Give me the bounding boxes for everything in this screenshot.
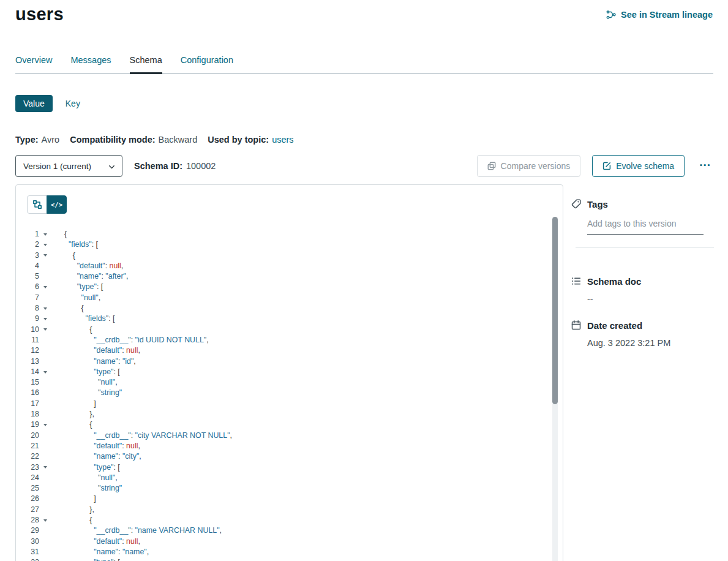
calendar-icon (571, 320, 582, 331)
line-number: 10 (16, 325, 39, 335)
sidebar-divider (576, 247, 714, 248)
schema-editor-panel: </> 1{2 "fields": [3 {4 "default": null,… (15, 184, 563, 561)
code-text: ] (51, 494, 96, 504)
code-line: 5 "name": "after", (16, 271, 563, 282)
code-line: 6 "type": [ (16, 282, 563, 292)
code-line: 19 { (16, 420, 563, 430)
compatibility-mode-value: Backward (159, 135, 198, 145)
code-text: "name": "after", (51, 271, 128, 282)
editor-scrollbar[interactable] (552, 217, 558, 561)
line-number: 23 (16, 462, 39, 473)
code-text: "__crdb__": "id UUID NOT NULL", (51, 335, 209, 345)
line-number: 19 (16, 420, 39, 430)
line-number: 25 (16, 483, 39, 494)
tab-messages[interactable]: Messages (70, 55, 111, 73)
fold-toggle-icon[interactable] (39, 557, 51, 561)
code-text: "type": [ (51, 367, 120, 377)
type-label: Type: (15, 135, 39, 145)
schema-doc-value: -- (587, 294, 714, 304)
date-created-title: Date created (587, 320, 642, 331)
topic-link[interactable]: users (272, 135, 293, 145)
line-number: 16 (16, 388, 39, 398)
fold-spacer (39, 293, 51, 303)
fold-toggle-icon[interactable] (39, 325, 51, 335)
schema-sidebar: Tags Schema doc -- Date created Aug. 3 2… (571, 198, 714, 348)
fold-spacer (39, 525, 51, 536)
tag-icon (571, 198, 582, 209)
fold-toggle-icon[interactable] (39, 515, 51, 525)
evolve-schema-button[interactable]: Evolve schema (592, 155, 685, 177)
tree-view-icon (32, 200, 42, 209)
code-line: 3 { (16, 250, 563, 261)
code-line: 21 "default": null, (16, 441, 563, 451)
more-options-button[interactable]: ... (697, 155, 713, 177)
line-number: 6 (16, 282, 39, 292)
compare-versions-button[interactable]: Compare versions (477, 155, 581, 177)
fold-toggle-icon[interactable] (39, 367, 51, 377)
version-select-input[interactable]: Version 1 (current) (16, 156, 122, 176)
code-line: 4 "default": null, (16, 261, 563, 271)
code-line: 32 "type": [ (16, 557, 563, 561)
code-view-button[interactable]: </> (47, 195, 67, 214)
code-text: "type": [ (51, 462, 120, 473)
line-number: 5 (16, 271, 39, 282)
tab-configuration[interactable]: Configuration (181, 55, 233, 73)
tags-input[interactable] (587, 217, 704, 235)
code-text: { (51, 325, 92, 335)
value-toggle-button[interactable]: Value (15, 95, 53, 112)
line-number: 14 (16, 367, 39, 377)
code-text: "name": "city", (51, 451, 141, 462)
fold-toggle-icon[interactable] (39, 282, 51, 292)
line-number: 15 (16, 377, 39, 388)
code-line: 27 }, (16, 505, 563, 515)
code-line: 9 "fields": [ (16, 314, 563, 324)
code-line: 18 }, (16, 409, 563, 420)
fold-toggle-icon[interactable] (39, 462, 51, 473)
code-line: 30 "default": null, (16, 537, 563, 547)
key-toggle-button[interactable]: Key (56, 95, 89, 112)
fold-toggle-icon[interactable] (39, 229, 51, 239)
fold-spacer (39, 473, 51, 483)
fold-toggle-icon[interactable] (39, 250, 51, 261)
code-text: "default": null, (51, 537, 140, 547)
code-line: 12 "default": null, (16, 345, 563, 356)
code-line: 31 "name": "name", (16, 547, 563, 557)
tab-schema[interactable]: Schema (130, 55, 162, 73)
fold-spacer (39, 441, 51, 451)
fold-spacer (39, 451, 51, 462)
schema-id-value: 100002 (186, 161, 216, 171)
code-text: "__crdb__": "city VARCHAR NOT NULL", (51, 431, 232, 441)
code-line: 28 { (16, 515, 563, 525)
version-select[interactable]: Version 1 (current) (15, 155, 122, 177)
code-view-icon: </> (51, 201, 62, 208)
compare-versions-icon (487, 162, 496, 170)
code-line: 15 "null", (16, 377, 563, 388)
tree-view-button[interactable] (27, 195, 47, 214)
fold-spacer (39, 335, 51, 345)
tab-overview[interactable]: Overview (15, 55, 52, 73)
line-number: 9 (16, 314, 39, 324)
line-number: 7 (16, 293, 39, 303)
line-number: 4 (16, 261, 39, 271)
stream-lineage-label: See in Stream lineage (621, 10, 713, 20)
stream-lineage-link[interactable]: See in Stream lineage (606, 10, 713, 20)
stream-lineage-icon (606, 10, 616, 20)
code-text: { (51, 303, 84, 314)
fold-toggle-icon[interactable] (39, 420, 51, 430)
fold-toggle-icon[interactable] (39, 303, 51, 314)
code-lines: 1{2 "fields": [3 {4 "default": null,5 "n… (16, 229, 563, 561)
code-line: 13 "name": "id", (16, 356, 563, 367)
fold-toggle-icon[interactable] (39, 239, 51, 250)
fold-spacer (39, 388, 51, 398)
line-number: 30 (16, 537, 39, 547)
fold-toggle-icon[interactable] (39, 314, 51, 324)
type-value: Avro (42, 135, 60, 145)
code-line: 10 { (16, 325, 563, 335)
fold-spacer (39, 409, 51, 420)
scrollbar-thumb[interactable] (552, 217, 558, 404)
code-text: "default": null, (51, 441, 140, 451)
fold-spacer (39, 537, 51, 547)
line-number: 32 (16, 557, 39, 561)
line-number: 29 (16, 525, 39, 536)
code-text: "__crdb__": "name VARCHAR NULL", (51, 525, 222, 536)
